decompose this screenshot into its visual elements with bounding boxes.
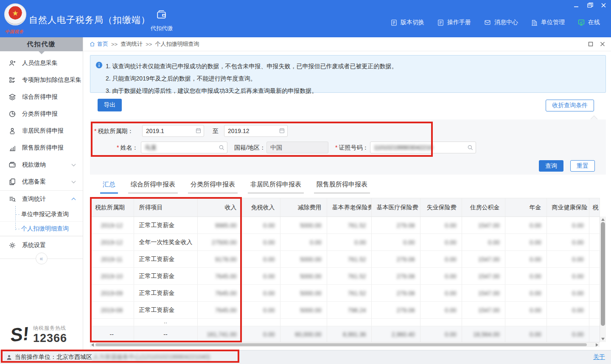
- menu-item-message-center[interactable]: 消息中心: [484, 19, 518, 26]
- horizontal-scrollbar[interactable]: [90, 342, 600, 347]
- table-header-cell: 基本养老保险费: [327, 198, 371, 217]
- scroll-down-arrow-icon[interactable]: [601, 338, 605, 340]
- collapse-query-button[interactable]: 收折查询条件: [546, 100, 594, 111]
- menu-item-unit-management[interactable]: 单位管理: [531, 19, 565, 26]
- scroll-up-arrow-icon[interactable]: [601, 218, 605, 221]
- sidebar-item-label: 专项附加扣除信息采集: [22, 76, 81, 84]
- sidebar-item-comprehensive-income[interactable]: 综合所得申报: [0, 89, 83, 106]
- period-from-input[interactable]: 2019.1: [142, 125, 204, 137]
- nav-tab-withholding[interactable]: 代扣代缴: [149, 9, 174, 32]
- table-ellipsis-row: ..: [90, 319, 600, 326]
- table-row[interactable]: 2019-09 正常工资薪金 7645.00 0.00 5000.00 761.…: [90, 285, 600, 302]
- table-header: 税款所属期所得项目收入免税收入减除费用基本养老保险费基本医疗保险费失业保险费住房…: [90, 198, 600, 217]
- reset-button[interactable]: 重置: [570, 160, 595, 172]
- scroll-left-arrow-icon[interactable]: [91, 343, 94, 347]
- about-link[interactable]: 关于: [593, 353, 605, 361]
- envelope-icon: [484, 19, 491, 26]
- horizontal-scrollbar-thumb[interactable]: [95, 343, 587, 346]
- table-cell: [242, 319, 280, 326]
- search-icon[interactable]: [467, 144, 474, 151]
- table-cell: [90, 319, 134, 326]
- period-to-input[interactable]: 2019.12: [224, 125, 288, 137]
- breadcrumb-item-query-statistics[interactable]: 查询统计: [121, 40, 143, 48]
- export-button[interactable]: 导出: [98, 99, 122, 111]
- breadcrumb-home[interactable]: 首页: [89, 40, 108, 48]
- breadcrumb-home-label: 首页: [97, 40, 108, 48]
- id-number-value: 110102199903042210: [374, 144, 433, 151]
- search-icon[interactable]: [218, 144, 225, 151]
- search-list-icon: [8, 195, 17, 203]
- table-header-cell: 收入: [197, 198, 242, 217]
- table-cell: 0.00: [420, 251, 462, 268]
- notice-line: 2. 只能查询2019年及之后的数据，不能进行跨年度查询。: [106, 72, 599, 85]
- table-cell: 2019-12: [90, 234, 134, 251]
- query-row-person: *姓名： 马某 国籍/地区： 中国 *证照号码： 110102199903042…: [90, 142, 606, 153]
- table-row[interactable]: 2019-11 正常工资薪金 9178.00 0.00 5000.00 761.…: [90, 251, 600, 268]
- table-cell: 279.08: [371, 217, 420, 234]
- table-row[interactable]: 2019-10 正常工资薪金 7645.00 0.00 5000.00 761.…: [90, 268, 600, 285]
- table-cell: [589, 268, 600, 285]
- top-header: ★ 中国税务 自然人电子税务局（扣缴端） 代扣代缴 版本切换 操作手册 消息中心: [0, 0, 611, 37]
- table-row[interactable]: 2019-12 全年一次性奖金收入 27500.00 0.00 0.00 0.0…: [90, 234, 600, 251]
- collapse-sidebar-icon[interactable]: «: [36, 253, 48, 264]
- maximize-panel-icon[interactable]: [588, 42, 593, 47]
- menu-item-version-switch[interactable]: 版本切换: [390, 19, 424, 26]
- sidebar-item-tax-payment[interactable]: 税款缴纳: [0, 156, 83, 173]
- sidebar-item-restricted-shares[interactable]: 限售股所得申报: [0, 139, 83, 156]
- summary-cell: 2,960.40: [371, 326, 420, 342]
- close-panel-icon[interactable]: [600, 42, 605, 47]
- chevron-down-icon: [72, 179, 76, 183]
- tab-restricted-shares[interactable]: 限售股所得申报表: [314, 179, 370, 194]
- menu-item-label: 消息中心: [494, 19, 518, 26]
- table-cell: 9985.00: [197, 217, 242, 234]
- table-cell: 0.00: [371, 234, 420, 251]
- sidebar-item-special-deduction[interactable]: 专项附加扣除信息采集: [0, 72, 83, 89]
- table-cell: [280, 319, 327, 326]
- close-button[interactable]: [600, 2, 607, 8]
- menu-item-online-status[interactable]: 在线: [577, 19, 600, 26]
- menu-item-label: 在线: [588, 19, 600, 26]
- sidebar-item-label: 税款缴纳: [22, 161, 46, 169]
- vertical-scrollbar-thumb[interactable]: [601, 222, 605, 326]
- menu-item-manual[interactable]: 操作手册: [437, 19, 471, 26]
- sidebar-item-nonresident-income[interactable]: 非居民所得申报: [0, 122, 83, 139]
- sidebar-item-query-statistics[interactable]: 查询统计: [0, 190, 83, 207]
- table-cell: 5000.00: [280, 217, 327, 234]
- scroll-right-arrow-icon[interactable]: [596, 343, 598, 347]
- period-label: *税款所属期：: [94, 125, 133, 137]
- tab-nonresident-income[interactable]: 非居民所得申报表: [248, 179, 304, 194]
- table-cell: 7645.00: [197, 302, 242, 319]
- summary-cell: 161,741.00: [197, 326, 242, 342]
- table-cell: 9178.00: [197, 251, 242, 268]
- sidebar-item-classified-income[interactable]: 分类所得申报: [0, 106, 83, 122]
- name-input[interactable]: 马某: [141, 142, 227, 153]
- id-number-input[interactable]: 110102199903042210: [370, 142, 476, 153]
- table-row[interactable]: 2019-08 正常工资薪金 7645.00 0.00 5000.00 798.…: [90, 302, 600, 319]
- tab-comprehensive-income[interactable]: 综合所得申报表: [128, 179, 178, 194]
- home-icon: [89, 41, 95, 47]
- table-cell: 0.00: [505, 285, 547, 302]
- required-mark: *: [117, 144, 119, 151]
- sidebar-subitem-personal-withholding-query[interactable]: 个人扣缴明细查询: [0, 222, 83, 236]
- calendar-icon[interactable]: [195, 128, 202, 134]
- tab-classified-income[interactable]: 分类所得申报表: [188, 179, 238, 194]
- notice-line: 3. 由于数据处理的滞后性，建议您在申报成功3天之后再来查询最新的申报数据。: [106, 85, 599, 97]
- vertical-scrollbar[interactable]: [600, 217, 606, 342]
- table-cell: 1547.00: [462, 217, 505, 234]
- table-cell: 0.00: [505, 251, 547, 268]
- sidebar-subitem-unit-declaration-query[interactable]: 单位申报记录查询: [0, 207, 83, 222]
- table-header-row: 税款所属期所得项目收入免税收入减除费用基本养老保险费基本医疗保险费失业保险费住房…: [90, 198, 600, 217]
- sidebar-item-preferential-filing[interactable]: 优惠备案: [0, 173, 83, 190]
- restore-button[interactable]: [586, 2, 593, 8]
- search-button[interactable]: 查询: [539, 160, 563, 172]
- document-icon: [390, 19, 398, 26]
- query-panel: *税款所属期： 2019.1 至 2019.12 *姓名： 马某 国籍/地区：: [90, 119, 606, 175]
- hotline-logo: S! 纳税服务热线 12366: [10, 324, 83, 345]
- sidebar-item-personnel-info[interactable]: 人员信息采集: [0, 55, 83, 72]
- minimize-button[interactable]: [573, 2, 580, 8]
- table-row[interactable]: 2019-12 正常工资薪金 9985.00 0.00 5000.00 761.…: [90, 217, 600, 234]
- calendar-icon[interactable]: [279, 128, 285, 134]
- table-cell: 0.00: [242, 217, 280, 234]
- tab-summary[interactable]: 汇总: [100, 179, 118, 194]
- sidebar-item-system-settings[interactable]: 系统设置: [0, 237, 83, 254]
